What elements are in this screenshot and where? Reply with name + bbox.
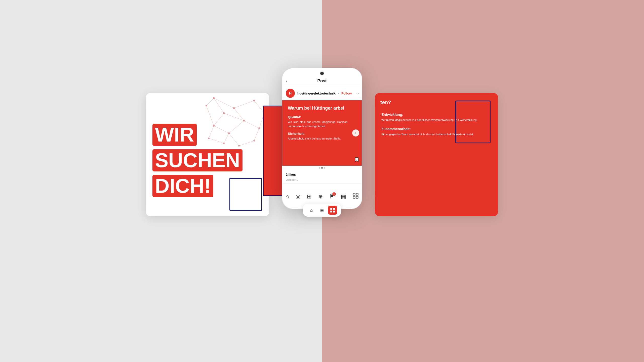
svg-line-11 xyxy=(254,128,259,141)
ten-partial-label: ten? xyxy=(375,93,396,107)
dich-text: DICH! xyxy=(152,175,213,197)
svg-rect-36 xyxy=(356,196,358,198)
svg-point-23 xyxy=(223,112,225,114)
nav-home-icon[interactable]: ⌂ xyxy=(286,193,289,200)
quality-title: Qualität: xyxy=(288,115,347,119)
card-left-inner: WIR SUCHEN DICH! xyxy=(146,93,269,216)
card-wir-suchen-dich: WIR SUCHEN DICH! xyxy=(146,93,269,216)
security-title: Sicherheit: xyxy=(288,132,347,135)
security-text: Arbeitsschutz steht bei uns an erster St… xyxy=(288,137,347,141)
post-title: Post xyxy=(317,78,327,83)
ext-search-icon[interactable]: ◉ xyxy=(317,206,327,215)
blue-rect-right-decoration xyxy=(455,101,491,143)
svg-point-25 xyxy=(258,127,260,129)
external-nav-bar: ⌂ ◉ xyxy=(303,204,341,217)
post-date: October 1 xyxy=(282,178,362,183)
svg-line-4 xyxy=(214,98,224,113)
bookmark-button[interactable] xyxy=(355,157,359,163)
quality-text: Wir sind stolz auf unsere langjährige Tr… xyxy=(288,120,347,128)
svg-point-21 xyxy=(253,100,255,102)
right-card-red: ten? Entwicklung: Wir bieten Möglichkeit… xyxy=(375,93,498,216)
svg-line-18 xyxy=(206,106,214,126)
profile-avatar[interactable]: H xyxy=(286,89,295,98)
nav-add-icon[interactable]: ⊕ xyxy=(318,193,323,200)
bookmark-icon xyxy=(355,157,359,162)
notification-badge: 1 xyxy=(332,192,336,196)
nav-search-icon[interactable]: ◎ xyxy=(296,193,300,200)
profile-grid-icon xyxy=(353,193,358,199)
phone-mockup: ‹ Post H huettingerelektrotechnik · Foll… xyxy=(282,68,362,209)
svg-rect-40 xyxy=(333,211,335,212)
svg-line-2 xyxy=(254,101,264,113)
likes-section: 2 likes xyxy=(282,170,362,178)
post-image-inner: Warum bei Hüttinger arbei Qualität: Wir … xyxy=(282,100,362,166)
wir-text: WIR xyxy=(152,124,197,146)
wir-suchen-dich-text: WIR SUCHEN DICH! xyxy=(152,124,243,199)
nav-profile-icon[interactable] xyxy=(353,193,358,200)
svg-rect-39 xyxy=(330,211,332,212)
comment-area[interactable] xyxy=(282,183,362,191)
post-image: Warum bei Hüttinger arbei Qualität: Wir … xyxy=(282,100,362,166)
follow-button[interactable]: Follow xyxy=(341,92,352,95)
bottom-nav: ⌂ ◎ ⊞ ⊕ ⚑ 1 ▦ xyxy=(282,191,362,203)
phone-header: ‹ Post xyxy=(282,76,362,86)
back-button[interactable]: ‹ xyxy=(286,78,288,84)
svg-rect-37 xyxy=(330,208,332,210)
card-right: ten? Entwicklung: Wir bieten Möglichkeit… xyxy=(375,93,498,216)
separator: · xyxy=(338,92,339,95)
suchen-text: SUCHEN xyxy=(152,149,243,171)
dot-3 xyxy=(324,167,325,169)
nav-stats-icon[interactable]: ▦ xyxy=(341,193,346,200)
svg-line-1 xyxy=(234,101,254,108)
svg-line-6 xyxy=(244,121,259,128)
nav-notification-icon[interactable]: ⚑ 1 xyxy=(329,193,334,200)
svg-point-32 xyxy=(206,105,207,106)
svg-line-17 xyxy=(206,98,214,106)
svg-point-28 xyxy=(253,140,255,142)
phone-notch xyxy=(282,68,362,76)
blue-rect-decoration xyxy=(229,178,262,211)
profile-row: H huettingerelektrotechnik · Follow ··· xyxy=(282,86,362,100)
nav-shop-icon[interactable]: ⊞ xyxy=(307,193,311,200)
svg-point-24 xyxy=(243,120,245,122)
svg-line-0 xyxy=(214,98,234,108)
svg-point-20 xyxy=(233,107,235,109)
slide-dots xyxy=(282,166,362,170)
card-right-inner: ten? Entwicklung: Wir bieten Möglichkeit… xyxy=(375,93,498,216)
ext-profile-icon[interactable] xyxy=(328,206,337,215)
svg-point-19 xyxy=(213,97,215,99)
profile-name[interactable]: huettingerelektrotechnik xyxy=(297,92,336,95)
dot-1 xyxy=(319,167,320,169)
ext-home-icon[interactable]: ⌂ xyxy=(307,206,316,215)
more-options-button[interactable]: ··· xyxy=(356,91,361,96)
svg-rect-35 xyxy=(353,196,355,198)
svg-rect-38 xyxy=(333,208,335,210)
ext-profile-grid-icon xyxy=(330,208,335,213)
dot-2 xyxy=(321,167,323,169)
scene: WIR SUCHEN DICH! ‹ Post xyxy=(146,68,498,294)
next-slide-button[interactable]: › xyxy=(352,129,359,137)
likes-count: 2 likes xyxy=(286,173,296,176)
phone-body: ‹ Post H huettingerelektrotechnik · Foll… xyxy=(282,68,362,209)
svg-rect-33 xyxy=(353,193,355,195)
notch-circle xyxy=(320,72,324,75)
post-main-title: Warum bei Hüttinger arbei xyxy=(288,105,356,111)
svg-rect-34 xyxy=(356,193,358,195)
